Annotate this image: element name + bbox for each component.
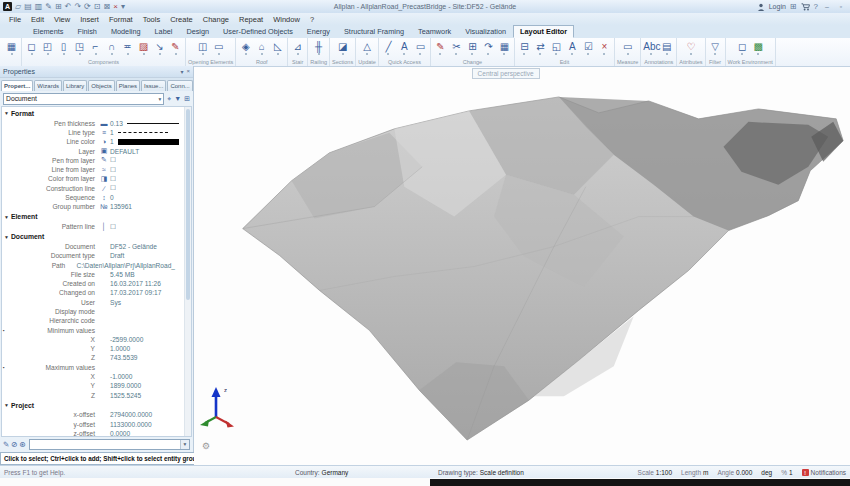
ribbon-tab[interactable]: Structural Framing	[337, 25, 411, 38]
ribbon-tab[interactable]: Modeling	[104, 25, 148, 38]
terrain-model[interactable]	[194, 67, 850, 465]
property-row[interactable]: Y 1899.0000	[2, 381, 183, 390]
ribbon-tool-icon[interactable]: ↷	[481, 40, 496, 56]
ribbon-tool-icon[interactable]: ▩	[751, 40, 766, 56]
ribbon-tool-icon[interactable]: ◻	[735, 40, 750, 56]
property-row[interactable]: Z 743.5539	[2, 353, 183, 362]
ribbon-tab[interactable]: Visualization	[458, 25, 513, 38]
section-header[interactable]: ▼ Element	[2, 211, 183, 222]
property-row[interactable]: Group number № 135961	[2, 202, 183, 211]
menu-item[interactable]: Change	[198, 15, 234, 24]
ribbon-tool-icon[interactable]: ×	[597, 40, 612, 56]
quick-access-icon[interactable]: ✎	[45, 2, 52, 11]
quick-access-icon[interactable]: ×	[113, 2, 118, 11]
ribbon-tool-icon[interactable]: ╱	[381, 40, 396, 56]
property-row[interactable]: z-offset 0.0000	[2, 429, 183, 437]
quick-access-icon[interactable]: ▾	[121, 2, 125, 11]
settings-gear-icon[interactable]: ⚙	[202, 442, 210, 451]
ribbon-tool-icon[interactable]: ▭	[211, 40, 226, 56]
status-item[interactable]: Scale 1:100	[638, 469, 673, 476]
ribbon-tool-icon[interactable]: ⌂	[254, 40, 269, 56]
panel-menu-icon[interactable]: ▾	[180, 68, 183, 75]
menu-item[interactable]: File	[4, 15, 26, 24]
ribbon-tab[interactable]: Energy	[300, 25, 337, 38]
menu-item[interactable]: Insert	[75, 15, 104, 24]
ribbon-tool-icon[interactable]: ◳	[72, 40, 87, 56]
property-row[interactable]: Layer ▣ DEFAULT	[2, 146, 183, 155]
login-button[interactable]: Login	[769, 3, 786, 10]
ribbon-tool-icon[interactable]: △	[360, 40, 375, 56]
quick-access-icon[interactable]: ↶	[65, 2, 72, 11]
ribbon-tool-icon[interactable]: ⊟	[517, 40, 532, 56]
quick-access-icon[interactable]: ⟳	[84, 2, 91, 11]
ribbon-tab[interactable]: User-Defined Objects	[216, 25, 300, 38]
section-header[interactable]: ▼ Project	[2, 400, 183, 411]
property-row[interactable]: Changed on 17.03.2017 09:17	[2, 288, 183, 297]
property-row[interactable]: Y 1.0000	[2, 344, 183, 353]
list-icon[interactable]: ⊞	[184, 95, 190, 103]
ribbon-tool-icon[interactable]: ◱	[549, 40, 564, 56]
property-row[interactable]: Pen thickness ▬ 0.13	[2, 119, 183, 128]
document-select[interactable]: Document ▾	[3, 93, 164, 105]
property-row[interactable]: x-offset 2794000.0000	[2, 410, 183, 419]
section-header[interactable]: ▼ Document	[2, 231, 183, 242]
ribbon-tool-icon[interactable]: Abc	[643, 40, 658, 56]
panel-tab[interactable]: Objects	[88, 80, 114, 91]
menu-item[interactable]: View	[49, 15, 75, 24]
status-item[interactable]: % 1	[781, 469, 792, 476]
property-row[interactable]: Line color ◑ 1	[2, 137, 183, 146]
property-row[interactable]: y-offset 1133000.0000	[2, 420, 183, 429]
quick-access-icon[interactable]: ↷	[74, 2, 81, 11]
property-row[interactable]: Sequence ↕ 0	[2, 193, 183, 202]
ribbon-tool-icon[interactable]: ∩	[104, 40, 119, 56]
panel-footer-icon[interactable]: ✎	[3, 440, 9, 449]
property-row[interactable]: X -1.0000	[2, 372, 183, 381]
ribbon-tab[interactable]: Finish	[70, 25, 103, 38]
ribbon-tool-icon[interactable]: ⇄	[533, 40, 548, 56]
menu-item[interactable]: Window	[268, 15, 305, 24]
ribbon-tool-icon[interactable]: ↘	[152, 40, 167, 56]
user-icon[interactable]	[757, 3, 765, 11]
ribbon-tool-icon[interactable]: ▦	[4, 40, 19, 56]
panel-tab[interactable]: Planes	[116, 80, 140, 91]
drawing-type-value[interactable]: Scale definition	[480, 469, 524, 476]
status-item[interactable]: Angle 0.000	[717, 469, 752, 476]
panel-tab[interactable]: Issue...	[141, 80, 166, 91]
status-item[interactable]: deg	[761, 469, 772, 476]
property-row[interactable]: Hierarchic code	[2, 316, 183, 325]
menu-item[interactable]: Edit	[26, 15, 49, 24]
quick-access-icon[interactable]: ⊞	[55, 2, 62, 11]
ribbon-tab[interactable]: Elements	[26, 25, 70, 38]
panel-scrollbar[interactable]	[184, 107, 191, 436]
property-row[interactable]: Line from layer ≈ ☐	[2, 165, 183, 174]
panel-tab[interactable]: Propert...	[1, 80, 33, 91]
drawing-viewport[interactable]: Central perspective z ⚙	[194, 66, 850, 465]
ribbon-tab[interactable]: Teamwork	[411, 25, 458, 38]
property-row[interactable]: Path C:\Daten\Allplan\Prj\AllplanRoad_	[2, 260, 183, 269]
ribbon-tool-icon[interactable]: ╫	[311, 40, 326, 56]
ribbon-tool-icon[interactable]: ◰	[40, 40, 55, 56]
property-row[interactable]: Construction line ∕ ☐	[2, 184, 183, 193]
favorites-combobox[interactable]: ▾	[29, 439, 190, 450]
property-row[interactable]: User Sys	[2, 298, 183, 307]
property-row[interactable]: ▪ Maximum values	[2, 363, 183, 372]
menu-item[interactable]: Create	[165, 15, 198, 24]
ribbon-tool-icon[interactable]: ▭	[413, 40, 428, 56]
property-row[interactable]: Created on 16.03.2017 11:26	[2, 279, 183, 288]
shop-cart-icon[interactable]	[801, 3, 810, 11]
panel-tab[interactable]: Wizards	[34, 80, 62, 91]
ribbon-tool-icon[interactable]: A	[397, 40, 412, 56]
ribbon-tool-icon[interactable]: ▨	[136, 40, 151, 56]
ribbon-tool-icon[interactable]: ▯	[56, 40, 71, 56]
filter-icon[interactable]: ▼	[174, 95, 181, 102]
ribbon-tool-icon[interactable]: ✎	[168, 40, 183, 56]
ribbon-tool-icon[interactable]: ▤	[659, 40, 674, 56]
property-row[interactable]: File size 5.45 MB	[2, 270, 183, 279]
quick-access-icon[interactable]: ▤	[24, 2, 32, 11]
ribbon-tool-icon[interactable]: ✂	[449, 40, 464, 56]
axis-gizmo[interactable]: z	[200, 383, 236, 429]
ribbon-tool-icon[interactable]: ◈	[238, 40, 253, 56]
status-item[interactable]: Length m	[681, 469, 708, 476]
panel-footer-icon[interactable]: ⊛	[20, 440, 26, 449]
property-row[interactable]: Pen from layer ✎ ☐	[2, 156, 183, 165]
